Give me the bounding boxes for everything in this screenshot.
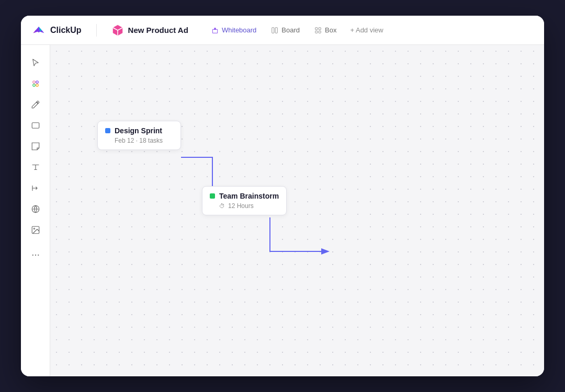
- svg-rect-2: [315, 27, 318, 29]
- rectangle-icon: [31, 121, 40, 130]
- whiteboard-tab-icon: [211, 27, 219, 34]
- card-team-brainstorm[interactable]: Team Brainstorm ⏱ 12 Hours: [202, 186, 287, 215]
- card-dot-blue: [105, 128, 110, 133]
- tool-image[interactable]: [26, 221, 45, 239]
- cursor-icon: [31, 58, 40, 67]
- card-meta-text-design-sprint: Feb 12 · 18 tasks: [115, 137, 163, 144]
- text-icon: [31, 163, 40, 172]
- tool-pen[interactable]: [26, 95, 45, 114]
- clock-icon: ⏱: [219, 203, 225, 209]
- tab-box-label: Box: [325, 26, 336, 34]
- card-meta-design-sprint: Feb 12 · 18 tasks: [115, 137, 173, 144]
- connector-svg: [50, 45, 544, 376]
- tool-rectangle[interactable]: [26, 116, 45, 135]
- tab-whiteboard-label: Whiteboard: [222, 26, 256, 34]
- svg-rect-5: [319, 31, 321, 33]
- tool-text[interactable]: [26, 158, 45, 177]
- image-icon: [31, 225, 40, 235]
- tool-sticky[interactable]: [26, 137, 45, 156]
- tool-more[interactable]: [26, 246, 45, 264]
- project-title: New Product Ad: [128, 26, 188, 34]
- tab-box[interactable]: Box: [308, 23, 343, 37]
- tool-cursor[interactable]: [26, 53, 45, 72]
- svg-point-13: [33, 228, 35, 229]
- svg-point-6: [32, 81, 35, 84]
- card-meta-text-team-brainstorm: 12 Hours: [228, 202, 254, 210]
- card-dot-green: [210, 193, 215, 199]
- card-design-sprint[interactable]: Design Sprint Feb 12 · 18 tasks: [97, 121, 181, 150]
- box-tab-icon: [314, 27, 322, 34]
- card-title-design-sprint: Design Sprint: [115, 126, 162, 135]
- svg-point-8: [32, 84, 35, 87]
- globe-icon: [31, 204, 40, 214]
- tab-board-label: Board: [281, 26, 300, 34]
- logo-text: ClickUp: [50, 26, 82, 35]
- svg-point-14: [32, 255, 33, 256]
- toolbar-sidebar: [21, 45, 50, 376]
- clickup-logo-icon: [31, 23, 46, 38]
- project-area: New Product Ad: [111, 24, 188, 37]
- sticky-note-icon: [31, 142, 40, 151]
- whiteboard-canvas[interactable]: Design Sprint Feb 12 · 18 tasks Team Bra…: [50, 45, 544, 376]
- magic-icon: [31, 79, 40, 88]
- add-view-label: + Add view: [350, 26, 383, 34]
- header-divider: [96, 24, 97, 37]
- logo-area: ClickUp: [31, 23, 82, 38]
- svg-point-9: [36, 84, 38, 87]
- svg-rect-4: [315, 31, 318, 33]
- card-title-team-brainstorm: Team Brainstorm: [219, 192, 279, 200]
- tool-connector[interactable]: [26, 179, 45, 198]
- add-view-button[interactable]: + Add view: [345, 23, 388, 37]
- pen-icon: [31, 100, 40, 109]
- svg-rect-0: [272, 27, 274, 33]
- card-header-design-sprint: Design Sprint: [105, 126, 173, 135]
- svg-rect-1: [276, 27, 278, 33]
- nav-tabs: Whiteboard Board Box + Add view: [205, 23, 389, 37]
- svg-rect-3: [319, 27, 321, 29]
- board-tab-icon: [271, 27, 278, 34]
- svg-point-7: [36, 81, 38, 84]
- card-meta-team-brainstorm: ⏱ 12 Hours: [219, 202, 279, 210]
- svg-point-15: [35, 255, 36, 256]
- main-content: Design Sprint Feb 12 · 18 tasks Team Bra…: [21, 45, 544, 376]
- tool-magic[interactable]: [26, 74, 45, 93]
- card-header-team-brainstorm: Team Brainstorm: [210, 192, 279, 200]
- more-icon: [31, 250, 40, 260]
- app-window: ClickUp New Product Ad Whiteboard: [21, 16, 544, 376]
- header: ClickUp New Product Ad Whiteboard: [21, 16, 544, 45]
- connector-icon: [31, 183, 40, 193]
- tool-globe[interactable]: [26, 200, 45, 218]
- tab-board[interactable]: Board: [265, 23, 306, 37]
- svg-rect-10: [32, 123, 39, 129]
- project-cube-icon: [111, 24, 124, 37]
- tab-whiteboard[interactable]: Whiteboard: [205, 23, 263, 37]
- svg-point-16: [38, 255, 39, 256]
